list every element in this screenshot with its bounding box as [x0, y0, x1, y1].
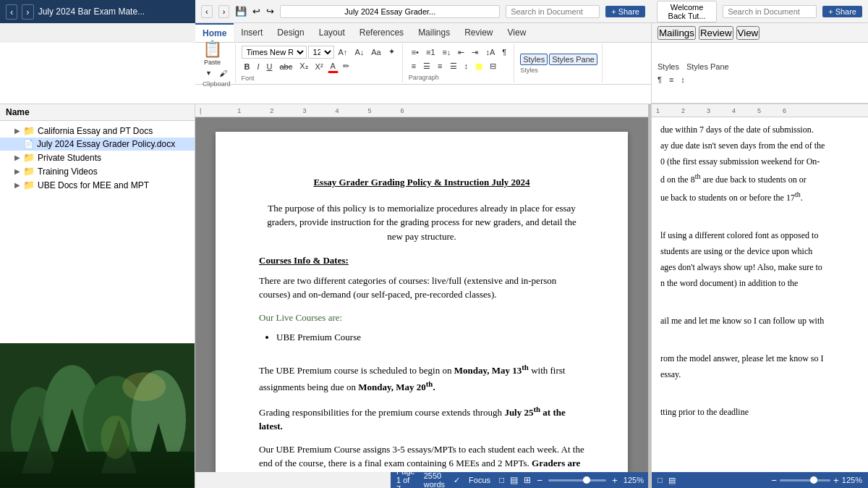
- quick-redo-icon[interactable]: ↪: [266, 6, 274, 17]
- focus-label[interactable]: Focus: [469, 476, 490, 484]
- tree-item-training[interactable]: ▶ 📁 Training Videos: [0, 164, 195, 178]
- tab-review[interactable]: Review: [457, 23, 500, 42]
- view-icon-1[interactable]: □: [499, 475, 504, 485]
- doc1-title-pill[interactable]: July 2024 Essay Grader...: [280, 5, 500, 18]
- indent-btn[interactable]: ⇥: [469, 46, 481, 59]
- folder-icon-3: 📁: [23, 166, 35, 177]
- tab-insert[interactable]: Insert: [234, 23, 270, 42]
- font-shrink-btn[interactable]: A↓: [352, 46, 367, 58]
- clipboard-label: Clipboard: [203, 80, 231, 88]
- bold-btn[interactable]: B: [242, 61, 253, 72]
- font-case-btn[interactable]: Aа: [368, 46, 383, 58]
- format-painter[interactable]: 🖌: [216, 67, 230, 79]
- spell-check-icon[interactable]: ✓: [454, 476, 460, 485]
- superscript-btn[interactable]: X²: [312, 61, 326, 72]
- right-styles-btn[interactable]: Styles: [655, 61, 682, 72]
- view-icon-2[interactable]: ▤: [510, 475, 518, 485]
- ruler: | 1 2 3 4 5 6: [195, 104, 648, 117]
- zoom-out-btn[interactable]: −: [537, 475, 542, 486]
- right-zoom-out[interactable]: −: [771, 475, 777, 486]
- search-input-2[interactable]: [723, 5, 817, 18]
- tree-label-2: July 2024 Essay Grader Policy.docx: [37, 139, 175, 149]
- right-doc-content: due within 7 days of the date of submiss…: [652, 117, 868, 472]
- quick-save-icon[interactable]: 💾: [235, 6, 247, 17]
- right-ribbon: Styles Styles Pane ¶ ≡ ↕: [651, 43, 868, 104]
- zoom-thumb: [583, 476, 590, 484]
- zoom-track[interactable]: [548, 479, 606, 481]
- right-title-area: Welcome Back Tut... + Share: [651, 0, 868, 23]
- highlight-btn[interactable]: ✏: [340, 60, 352, 72]
- tab-view[interactable]: View: [501, 23, 534, 42]
- share-button-1[interactable]: + Share: [605, 6, 645, 17]
- sort-btn[interactable]: ↕A: [482, 46, 498, 58]
- view-icon-3[interactable]: ⊞: [524, 475, 531, 485]
- right-zoom-track[interactable]: [780, 479, 830, 481]
- justify-btn[interactable]: ☰: [447, 60, 460, 72]
- font-color-btn[interactable]: A: [328, 60, 339, 73]
- right-text-2: ay due date isn't seven days from the en…: [660, 139, 859, 152]
- tab-layout[interactable]: Layout: [312, 23, 352, 42]
- ribbon-group-font: Times New R... 12 A↑ A↓ Aа ✦ B I U abc X…: [237, 44, 403, 83]
- italic-btn[interactable]: I: [254, 61, 262, 72]
- right-para-btn[interactable]: ¶: [655, 74, 665, 85]
- underline-btn[interactable]: U: [264, 61, 276, 72]
- tree-item-california[interactable]: ▶ 📁 California Essay and PT Docs: [0, 124, 195, 138]
- paste-button[interactable]: 📋 Paste: [203, 40, 222, 66]
- bullets-btn[interactable]: ≡•: [409, 46, 422, 58]
- nav-back-btn[interactable]: ‹: [6, 4, 17, 20]
- show-marks-btn[interactable]: ¶: [499, 46, 509, 58]
- tab-references[interactable]: References: [352, 23, 411, 42]
- right-view-1[interactable]: □: [658, 476, 663, 484]
- align-right-btn[interactable]: ≡: [435, 60, 445, 72]
- doc-main-title: Essay Grader Grading Policy & Instructio…: [259, 175, 584, 190]
- tree-item-private[interactable]: ▶ 📁 Private Students: [0, 151, 195, 164]
- right-tab-mailings[interactable]: Mailings: [658, 26, 696, 40]
- font-grow-btn[interactable]: A↑: [336, 46, 351, 58]
- right-view-2[interactable]: ▤: [668, 476, 676, 485]
- styles-label: Styles: [523, 55, 545, 64]
- line-spacing-btn[interactable]: ↕: [461, 60, 472, 72]
- outdent-btn[interactable]: ⇤: [455, 46, 467, 59]
- right-zoom-in[interactable]: +: [833, 475, 839, 486]
- tree-item-ube[interactable]: ▶ 📁 UBE Docs for MEE and MPT: [0, 178, 195, 192]
- tree-label-5: UBE Docs for MEE and MPT: [38, 180, 149, 190]
- right-styles-pane-btn[interactable]: Styles Pane: [684, 61, 732, 72]
- doc-live-item-1: UBE Premium Course: [276, 330, 584, 345]
- styles-pane-btn[interactable]: Styles Pane: [549, 54, 597, 65]
- doc-ube-final: Our UBE Premium Course assigns 3-5 essay…: [259, 442, 584, 472]
- clear-format-btn[interactable]: ✦: [386, 46, 398, 58]
- paste-dropdown[interactable]: ▼: [203, 67, 215, 79]
- ribbon-toolbar-main: 📋 Paste ▼ 🖌 Clipboard Times New R... 12 …: [195, 43, 651, 85]
- doc-page[interactable]: Essay Grader Grading Policy & Instructio…: [216, 132, 628, 472]
- search-input-1[interactable]: [506, 5, 600, 18]
- multilevel-btn[interactable]: ≡↓: [440, 46, 454, 58]
- tab-design[interactable]: Design: [270, 23, 311, 42]
- zoom-in-btn[interactable]: +: [612, 475, 618, 486]
- doc-section1-heading: Courses Info & Dates:: [259, 253, 584, 268]
- right-tab-view[interactable]: View: [736, 26, 760, 40]
- right-align-btn[interactable]: ≡: [666, 74, 676, 85]
- font-size-select[interactable]: 12: [308, 46, 334, 59]
- font-name-select[interactable]: Times New R...: [242, 46, 307, 59]
- tab-mailings[interactable]: Mailings: [411, 23, 457, 42]
- tree-item-grader-policy[interactable]: 📄 July 2024 Essay Grader Policy.docx: [0, 138, 195, 151]
- numbering-btn[interactable]: ≡1: [423, 46, 438, 58]
- shading-btn[interactable]: ▦: [472, 60, 485, 72]
- align-center-btn[interactable]: ☰: [420, 60, 433, 72]
- align-left-btn[interactable]: ≡: [409, 60, 419, 72]
- right-tab-review[interactable]: Review: [699, 26, 733, 40]
- share-button-2[interactable]: + Share: [822, 6, 862, 17]
- nav-forward-btn[interactable]: ›: [22, 4, 33, 20]
- font-group-label: Font: [242, 75, 255, 82]
- styles-gallery-btn[interactable]: Styles: [520, 54, 548, 65]
- right-text-6: lf using a different colored font as opp…: [660, 229, 859, 242]
- right-spacing-btn[interactable]: ↕: [678, 74, 688, 85]
- quick-undo-icon[interactable]: ↩: [252, 6, 260, 17]
- subscript-btn[interactable]: X₂: [297, 60, 310, 72]
- strikethrough-btn[interactable]: abc: [277, 61, 296, 72]
- border-btn[interactable]: ⊟: [487, 60, 499, 72]
- center-nav-fwd[interactable]: ›: [218, 5, 230, 18]
- right-ruler-mark-1: 1: [656, 107, 660, 114]
- center-nav-back[interactable]: ‹: [201, 5, 213, 18]
- doc2-title-pill[interactable]: Welcome Back Tut...: [657, 1, 717, 22]
